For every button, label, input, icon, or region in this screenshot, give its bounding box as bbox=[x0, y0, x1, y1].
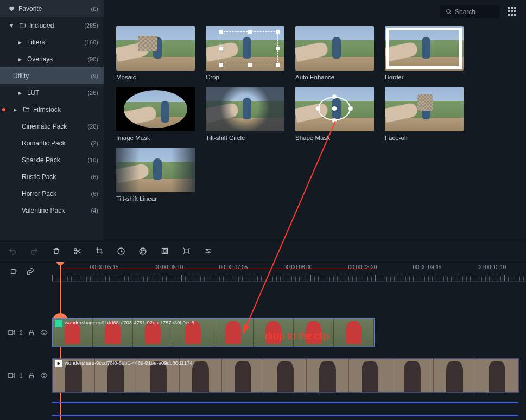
ruler-time: 00;00;08;20 bbox=[348, 264, 377, 270]
sidebar: Favorite (0) ▾ Included (285) ▸ Filters … bbox=[0, 0, 104, 240]
sidebar-item-lut[interactable]: ▸ LUT (26) bbox=[0, 84, 104, 101]
effect-auto-enhance[interactable]: Auto Enhance bbox=[295, 26, 374, 80]
sidebar-item-sparkle[interactable]: Sparkle Pack (10) bbox=[0, 151, 104, 168]
track-video-icon bbox=[8, 372, 15, 379]
svg-point-17 bbox=[208, 252, 210, 253]
search-placeholder: Search bbox=[455, 8, 476, 16]
sidebar-item-utility[interactable]: Utility (9) bbox=[0, 67, 104, 84]
ruler-time: 00;00;09;15 bbox=[413, 264, 442, 270]
sidebar-item-filters[interactable]: ▸ Filters (160) bbox=[0, 34, 104, 50]
sidebar-item-count: (26) bbox=[87, 90, 98, 96]
notification-dot-icon bbox=[2, 108, 5, 111]
redo-button[interactable] bbox=[29, 246, 39, 256]
sidebar-item-filmstock[interactable]: ▸ Filmstock bbox=[0, 101, 104, 118]
sidebar-item-horror[interactable]: Horror Pack (6) bbox=[0, 185, 104, 202]
svg-point-8 bbox=[141, 250, 142, 251]
split-button[interactable] bbox=[73, 246, 83, 256]
svg-point-25 bbox=[43, 332, 45, 334]
chevron-right-icon: ▸ bbox=[16, 55, 24, 63]
effect-label: Face-off bbox=[385, 135, 464, 141]
crop-button[interactable] bbox=[94, 246, 104, 256]
render-bar bbox=[60, 269, 375, 269]
track-divider bbox=[52, 402, 518, 403]
time-ruler[interactable]: 00;00;05;15 00;00;06;10 00;00;07;05 00;0… bbox=[52, 262, 526, 282]
effect-image-mask[interactable]: Image Mask bbox=[116, 87, 195, 141]
svg-rect-27 bbox=[29, 376, 33, 378]
ruler-time: 00;00;05;15 bbox=[90, 264, 119, 270]
effect-mosaic[interactable]: Mosaic bbox=[116, 26, 195, 80]
undo-button[interactable] bbox=[8, 246, 17, 256]
sidebar-item-included[interactable]: ▾ Included (285) bbox=[0, 17, 104, 34]
svg-line-1 bbox=[450, 13, 452, 15]
svg-point-7 bbox=[140, 248, 146, 254]
search-input[interactable]: Search bbox=[440, 5, 500, 18]
eye-icon[interactable] bbox=[40, 372, 48, 379]
sidebar-item-count: (2) bbox=[91, 140, 98, 147]
effect-label: Tilt-shift Circle bbox=[206, 135, 284, 141]
effect-tilt-shift-linear[interactable]: Tilt-shift Linear bbox=[116, 148, 195, 202]
folder-icon bbox=[22, 106, 30, 113]
sidebar-item-rustic[interactable]: Rustic Pack (6) bbox=[0, 168, 104, 185]
svg-point-0 bbox=[447, 10, 451, 14]
apps-grid-button[interactable] bbox=[506, 6, 518, 18]
eye-icon[interactable] bbox=[40, 329, 48, 336]
svg-point-16 bbox=[206, 249, 208, 251]
folder-icon bbox=[18, 22, 26, 29]
link-button[interactable] bbox=[26, 268, 35, 276]
delete-button[interactable] bbox=[51, 246, 61, 256]
svg-rect-23 bbox=[8, 331, 12, 335]
speed-button[interactable] bbox=[116, 246, 126, 256]
effect-label: Border bbox=[385, 74, 464, 80]
effect-crop[interactable]: Crop bbox=[206, 26, 284, 80]
effect-face-off[interactable]: Face-off bbox=[385, 87, 464, 141]
search-icon bbox=[446, 9, 452, 15]
effect-label: Image Mask bbox=[116, 135, 195, 141]
keyframe-button[interactable] bbox=[181, 246, 191, 256]
sidebar-item-label: Filters bbox=[27, 39, 84, 46]
add-marker-button[interactable] bbox=[10, 268, 18, 276]
lock-icon[interactable] bbox=[28, 329, 35, 336]
track-1[interactable]: 1 wondershare-9ccd78f0-6eb1-4469-91ee-a0… bbox=[0, 357, 526, 394]
sidebar-item-label: Sparkle Pack bbox=[22, 156, 87, 164]
sidebar-item-count: (4) bbox=[91, 207, 98, 214]
effects-panel: Search Mosaic Crop Auto Enhan bbox=[104, 0, 526, 240]
effect-shape-mask[interactable]: Shape Mask bbox=[295, 87, 374, 141]
sidebar-item-valentine[interactable]: Valentine Pack (4) bbox=[0, 202, 104, 219]
sidebar-item-count: (9) bbox=[91, 73, 98, 79]
timeline[interactable]: 00;00;05;15 00;00;06;10 00;00;07;05 00;0… bbox=[0, 262, 526, 420]
lock-icon[interactable] bbox=[28, 372, 35, 379]
track-video-icon bbox=[8, 329, 15, 336]
effect-border[interactable]: Border bbox=[385, 26, 464, 80]
svg-rect-11 bbox=[162, 249, 167, 254]
chevron-down-icon: ▾ bbox=[8, 22, 15, 29]
green-screen-button[interactable] bbox=[160, 246, 169, 256]
svg-rect-26 bbox=[8, 374, 12, 378]
sidebar-item-label: Included bbox=[29, 22, 84, 29]
sidebar-item-label: Favorite bbox=[18, 5, 91, 12]
sidebar-item-cinematic[interactable]: Cinematic Pack (20) bbox=[0, 118, 104, 135]
svg-point-28 bbox=[43, 374, 45, 377]
sidebar-item-label: Overlays bbox=[27, 55, 87, 63]
color-button[interactable] bbox=[138, 246, 148, 256]
heart-icon bbox=[8, 5, 15, 12]
clip-filename: wondershare-ec91dd68-d703-4751-92ac-1787… bbox=[65, 320, 194, 326]
clip-track-1[interactable]: wondershare-9ccd78f0-6eb1-4469-91ee-a09d… bbox=[52, 358, 519, 393]
ruler-time: 00;00;06;10 bbox=[155, 264, 183, 270]
sidebar-item-count: (6) bbox=[91, 190, 98, 197]
sidebar-item-favorite[interactable]: Favorite (0) bbox=[0, 0, 104, 17]
effect-tilt-shift-circle[interactable]: Tilt-shift Circle bbox=[206, 87, 284, 141]
adjust-button[interactable] bbox=[203, 246, 213, 256]
svg-rect-12 bbox=[163, 250, 166, 252]
sidebar-item-label: Utility bbox=[13, 72, 91, 80]
svg-point-10 bbox=[141, 252, 142, 253]
sidebar-item-count: (20) bbox=[87, 123, 98, 130]
svg-point-9 bbox=[143, 250, 144, 251]
clip-track-2[interactable]: wondershare-ec91dd68-d703-4751-92ac-1787… bbox=[52, 318, 375, 347]
sidebar-item-romantic[interactable]: Romantic Pack (2) bbox=[0, 135, 104, 151]
track-2[interactable]: 2 wondershare-ec91dd68-d703-4751-92ac-17… bbox=[0, 316, 526, 349]
playhead-cap-icon bbox=[56, 262, 64, 265]
track-number: 2 bbox=[20, 330, 23, 336]
svg-rect-13 bbox=[184, 249, 188, 253]
sidebar-item-overlays[interactable]: ▸ Overlays (90) bbox=[0, 50, 104, 67]
sidebar-item-count: (10) bbox=[87, 157, 98, 163]
